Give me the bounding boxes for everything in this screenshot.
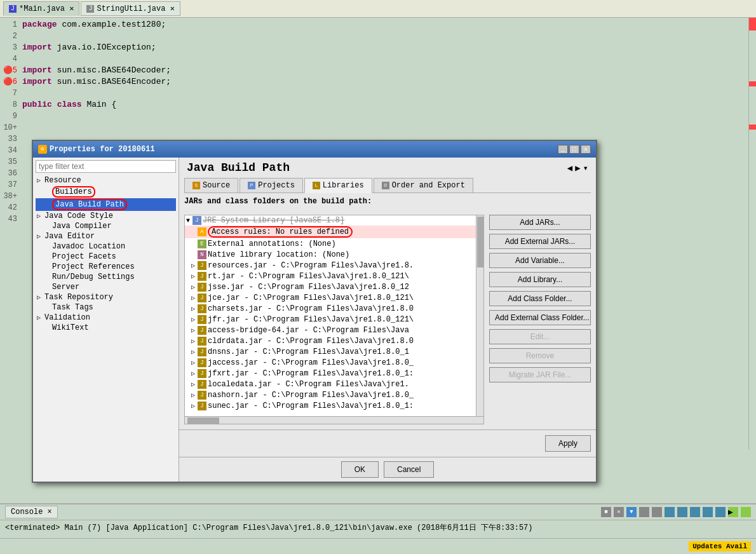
nav-back-btn[interactable]: ◀ xyxy=(567,163,572,173)
sidebar-item-builders[interactable]: Builders xyxy=(36,186,176,198)
tree-row-sunec-jar[interactable]: ▷ J sunec.jar - C:\Program Files\Java\jr… xyxy=(185,400,483,411)
tree-row-access-bridge-jar[interactable]: ▷ J access-bridge-64.jar - C:\Program Fi… xyxy=(185,325,483,335)
console-icon4[interactable] xyxy=(677,507,687,517)
sidebar-item-javadoc[interactable]: Javadoc Location xyxy=(36,241,176,252)
sidebar-item-task-repo[interactable]: ▷ Task Repository xyxy=(36,292,176,302)
tab-source[interactable]: S Source xyxy=(184,178,238,193)
apply-btn[interactable]: Apply xyxy=(545,435,591,452)
migrate-jar-btn[interactable]: Migrate JAR File... xyxy=(489,367,591,382)
dialog-maximize-btn[interactable]: □ xyxy=(569,145,579,154)
tab-main-java[interactable]: J *Main.java ✕ xyxy=(3,1,79,16)
editor-tabs: J *Main.java ✕ J StringUtil.java ✕ xyxy=(0,0,756,18)
dialog-minimize-btn[interactable]: _ xyxy=(558,145,568,154)
edit-btn[interactable]: Edit... xyxy=(489,329,591,344)
build-path-tree-container: ▼ J JRE System Library [JavaSE-1.8] A xyxy=(184,215,484,424)
jar-icon-3: J xyxy=(198,283,206,292)
jre-expand-arrow: ▼ xyxy=(186,217,191,224)
tree-row-nashorn-jar[interactable]: ▷ J nashorn.jar - C:\Program Files\Java\… xyxy=(185,389,483,400)
tree-row-cldrdata-jar[interactable]: ▷ J cldrdata.jar - C:\Program Files\Java… xyxy=(185,335,483,346)
tree-row-jsse-jar[interactable]: ▷ J jsse.jar - C:\Program Files\Java\jre… xyxy=(185,281,483,292)
nav-forward-btn[interactable]: ▶ xyxy=(575,163,580,173)
console-run-icon[interactable]: ▶ xyxy=(728,507,738,517)
dialog-title: ⚙ Properties for 20180611 xyxy=(38,145,155,154)
dialog-footer: Apply xyxy=(179,429,596,457)
tab-projects[interactable]: P Projects xyxy=(240,178,303,193)
console-icon6[interactable] xyxy=(703,507,713,517)
add-external-jars-btn[interactable]: Add External JARs... xyxy=(489,234,591,249)
tree-row-jfxrt-jar[interactable]: ▷ J jfxrt.jar - C:\Program Files\Java\jr… xyxy=(185,368,483,379)
sidebar-item-run-debug[interactable]: Run/Debug Settings xyxy=(36,272,176,282)
console-scroll-icon[interactable]: ▼ xyxy=(626,507,637,517)
tab-string-util-label: StringUtil.java xyxy=(97,4,165,13)
tree-row-rt-jar[interactable]: ▷ J rt.jar - C:\Program Files\Java\jre1.… xyxy=(185,271,483,281)
sidebar-item-java-build-path[interactable]: Java Build Path xyxy=(36,198,176,211)
nav-down-btn[interactable]: ▾ xyxy=(583,163,588,173)
jre-lib-icon: J xyxy=(192,216,201,225)
console-clear-icon[interactable]: ✕ xyxy=(614,507,624,517)
sidebar-item-project-refs[interactable]: Project References xyxy=(36,262,176,272)
sidebar-item-project-facets[interactable]: Project Facets xyxy=(36,252,176,262)
tree-hscrollbar[interactable] xyxy=(185,416,483,424)
sidebar-item-task-tags[interactable]: Task Tags xyxy=(36,302,176,313)
access-rules-label: Access rules: No rules defined xyxy=(208,226,353,238)
java-file-icon2: J xyxy=(86,5,94,13)
tree-row-charsets-jar[interactable]: ▷ J charsets.jar - C:\Program Files\Java… xyxy=(185,303,483,314)
sidebar-item-validation[interactable]: ▷ Validation xyxy=(36,313,176,323)
sidebar-item-java-code-style[interactable]: ▷ Java Code Style xyxy=(36,211,176,221)
sidebar-item-java-compiler[interactable]: Java Compiler xyxy=(36,221,176,231)
add-variable-btn[interactable]: Add Variable... xyxy=(489,253,591,268)
console-icon3[interactable] xyxy=(665,507,675,517)
libraries-tab-icon: L xyxy=(313,182,320,189)
filter-input[interactable] xyxy=(36,160,176,173)
tree-row-ext-annotations[interactable]: E External annotations: (None) xyxy=(185,238,483,249)
sidebar-item-resource[interactable]: ▷ Resource xyxy=(36,175,176,186)
dialog-title-icon: ⚙ xyxy=(38,145,47,154)
sidebar-item-wikitext[interactable]: WikiText xyxy=(36,323,176,333)
cancel-btn[interactable]: Cancel xyxy=(384,461,434,478)
ok-btn[interactable]: OK xyxy=(341,461,379,478)
java-file-icon: J xyxy=(9,5,17,13)
console-tab[interactable]: Console × xyxy=(5,506,58,518)
tab-libraries[interactable]: L Libraries xyxy=(304,178,372,193)
resources-jar-label: resources.jar - C:\Program Files\Java\jr… xyxy=(208,261,414,270)
tree-row-jaccess-jar[interactable]: ▷ J jaccess.jar - C:\Program Files\Java\… xyxy=(185,357,483,368)
jar-icon-5: J xyxy=(198,304,206,313)
line-num-1: 1 xyxy=(0,19,22,30)
remove-btn[interactable]: Remove xyxy=(489,348,591,363)
tree-row-dnsns-jar[interactable]: ▷ J dnsns.jar - C:\Program Files\Java\jr… xyxy=(185,346,483,357)
updates-badge[interactable]: Updates Avail xyxy=(689,541,751,551)
sidebar-item-java-editor[interactable]: ▷ Java Editor xyxy=(36,231,176,241)
jars-label: JARs and class folders on the build path… xyxy=(179,193,596,210)
console-icon2[interactable] xyxy=(652,507,662,517)
console-icon7[interactable] xyxy=(715,507,726,517)
console-icon5[interactable] xyxy=(690,507,700,517)
dialog-right-content: Java Build Path ◀ ▶ ▾ S Source xyxy=(179,158,596,482)
editor-scrollbar[interactable] xyxy=(748,18,756,450)
tree-row-jce-jar[interactable]: ▷ J jce.jar - C:\Program Files\Java\jre1… xyxy=(185,292,483,303)
build-path-tree: ▼ J JRE System Library [JavaSE-1.8] A xyxy=(185,215,483,416)
tree-row-resources-jar[interactable]: ▷ J resources.jar - C:\Program Files\Jav… xyxy=(185,260,483,271)
tab-order-export[interactable]: O Order and Export xyxy=(374,178,473,193)
console-icon1[interactable] xyxy=(639,507,649,517)
tab-string-util[interactable]: J StringUtil.java ✕ xyxy=(81,1,180,16)
ext-annotations-icon: E xyxy=(198,240,206,248)
tree-row-native-lib[interactable]: N Native library location: (None) xyxy=(185,249,483,260)
console-stop-icon[interactable]: ■ xyxy=(601,507,611,517)
sidebar-item-server[interactable]: Server xyxy=(36,282,176,292)
code-line-10: 10+ xyxy=(0,122,756,133)
tree-row-localedata-jar[interactable]: ▷ J localedata.jar - C:\Program Files\Ja… xyxy=(185,379,483,389)
dialog-close-btn[interactable]: ✕ xyxy=(581,145,591,154)
add-jars-btn[interactable]: Add JARs... xyxy=(489,215,591,230)
tree-row-jre[interactable]: ▼ J JRE System Library [JavaSE-1.8] xyxy=(185,215,483,226)
status-bar: Updates Avail xyxy=(0,538,756,554)
add-library-btn[interactable]: Add Library... xyxy=(489,272,591,287)
console-output: <terminated> Main (7) [Java Application]… xyxy=(0,520,756,535)
console-run2-icon[interactable] xyxy=(741,507,751,517)
add-class-folder-btn[interactable]: Add Class Folder... xyxy=(489,291,591,306)
tree-row-jfr-jar[interactable]: ▷ J jfr.jar - C:\Program Files\Java\jre1… xyxy=(185,314,483,325)
tree-row-access-rules[interactable]: A Access rules: No rules defined xyxy=(185,226,483,238)
scrollbar-thumb-1 xyxy=(749,18,756,30)
dialog-tab-bar: S Source P Projects L Libraries O xyxy=(184,178,591,193)
add-external-class-folder-btn[interactable]: Add External Class Folder... xyxy=(489,310,591,325)
tree-vscrollbar[interactable] xyxy=(476,215,483,416)
